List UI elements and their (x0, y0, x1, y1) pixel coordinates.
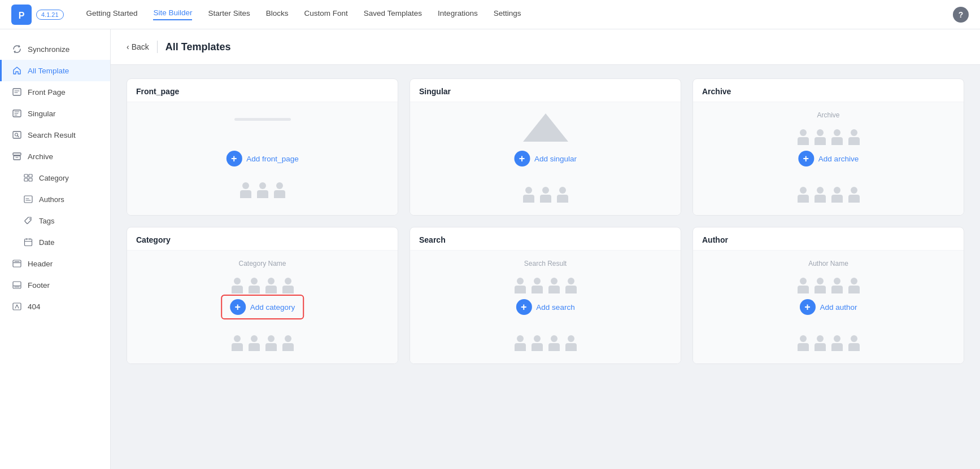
add-singular-button[interactable]: + Add singular (514, 151, 577, 166)
nav-saved-templates[interactable]: Saved Templates (364, 9, 422, 20)
svg-rect-15 (13, 260, 21, 267)
add-category-button[interactable]: + Add category (221, 295, 304, 319)
add-author-label: Add author (820, 303, 857, 312)
svg-rect-11 (29, 178, 32, 181)
sidebar-header-label: Header (28, 260, 53, 268)
svg-rect-4 (13, 132, 21, 138)
svg-rect-2 (13, 89, 21, 95)
sidebar-all-template-label: All Template (28, 67, 69, 75)
sidebar-front-page-label: Front Page (28, 88, 66, 97)
card-body-front-page: + Add front_page (127, 102, 398, 215)
category-icon (23, 173, 33, 183)
nav-settings[interactable]: Settings (494, 9, 521, 20)
archive-icon (12, 151, 22, 161)
sidebar-singular-label: Singular (28, 109, 56, 118)
card-title-singular: Singular (410, 79, 681, 102)
sidebar-item-header[interactable]: Header (0, 253, 110, 274)
svg-rect-9 (29, 174, 32, 177)
page-title: All Templates (165, 41, 231, 53)
svg-rect-16 (13, 282, 21, 288)
sidebar-synchronize-label: Synchronize (28, 45, 69, 54)
add-archive-label: Add archive (818, 155, 859, 163)
card-title-category: Category (127, 227, 398, 251)
home-icon (12, 65, 22, 76)
sidebar-item-404[interactable]: 404 (0, 296, 110, 317)
templates-grid: Front_page (127, 78, 964, 364)
add-icon-singular: + (514, 151, 530, 166)
tags-icon (23, 216, 33, 226)
add-icon-author: + (799, 299, 815, 315)
card-body-category: Category Name (127, 251, 398, 363)
sidebar-item-synchronize[interactable]: Synchronize (0, 38, 110, 60)
sidebar-item-front-page[interactable]: Front Page (0, 81, 110, 103)
sidebar-archive-label: Archive (28, 152, 53, 161)
card-body-author: Author Name (693, 251, 964, 363)
add-icon-archive: + (798, 151, 814, 166)
nav-site-builder[interactable]: Site Builder (153, 8, 192, 20)
add-author-button[interactable]: + Add author (799, 299, 857, 315)
singular-icon (12, 108, 22, 119)
add-search-label: Add search (536, 303, 574, 312)
add-front-page-label: Add front_page (246, 155, 298, 163)
sidebar-category-label: Category (39, 174, 69, 182)
sidebar-search-result-label: Search Result (28, 131, 76, 139)
svg-rect-8 (24, 174, 28, 177)
svg-text:P: P (19, 11, 25, 20)
layout: Synchronize All Template Front Page (0, 29, 980, 469)
add-icon-front-page: + (226, 151, 242, 166)
card-title-search: Search (410, 227, 681, 251)
template-card-author: Author Author Name (692, 227, 964, 364)
add-icon-search: + (516, 299, 532, 315)
add-archive-button[interactable]: + Add archive (798, 151, 859, 166)
sidebar-item-all-template[interactable]: All Template (0, 60, 110, 81)
nav-getting-started[interactable]: Getting Started (86, 9, 138, 20)
nav-starter-sites[interactable]: Starter Sites (208, 9, 250, 20)
main-content: ‹ Back All Templates Front_page (111, 29, 980, 469)
back-button[interactable]: ‹ Back (127, 42, 149, 51)
add-singular-label: Add singular (534, 155, 577, 163)
svg-rect-14 (25, 239, 32, 246)
sidebar-item-tags[interactable]: Tags (0, 210, 110, 231)
sidebar-item-footer[interactable]: Footer (0, 274, 110, 296)
sidebar-authors-label: Authors (39, 195, 64, 204)
sidebar-404-label: 404 (28, 303, 41, 311)
sidebar-item-search-result[interactable]: Search Result (0, 124, 110, 146)
sidebar-tags-label: Tags (39, 217, 54, 225)
template-card-category: Category Category Name (127, 227, 398, 364)
sidebar-item-category[interactable]: Category (0, 167, 110, 189)
add-category-label: Add category (250, 303, 295, 312)
svg-rect-10 (24, 178, 28, 181)
help-button[interactable]: ? (953, 7, 969, 23)
add-search-button[interactable]: + Add search (516, 299, 574, 315)
authors-icon (23, 194, 33, 204)
sidebar-item-archive[interactable]: Archive (0, 146, 110, 167)
templates-area: Front_page (111, 65, 980, 378)
sidebar: Synchronize All Template Front Page (0, 29, 111, 469)
postx-logo-icon: P (11, 5, 32, 25)
sidebar-item-date[interactable]: Date (0, 231, 110, 253)
404-icon (12, 301, 22, 312)
card-title-author: Author (693, 227, 964, 251)
add-icon-category: + (230, 299, 246, 315)
card-title-archive: Archive (693, 79, 964, 102)
nav-blocks[interactable]: Blocks (266, 9, 289, 20)
svg-point-13 (29, 218, 31, 220)
add-front-page-button[interactable]: + Add front_page (226, 151, 298, 166)
svg-rect-17 (13, 303, 21, 310)
sidebar-item-authors[interactable]: Authors (0, 189, 110, 210)
nav-custom-font[interactable]: Custom Font (304, 9, 348, 20)
page-header: ‹ Back All Templates (111, 29, 980, 65)
header-icon (12, 258, 22, 269)
svg-rect-12 (24, 196, 32, 203)
sync-icon (12, 44, 22, 54)
front-page-icon (12, 87, 22, 97)
template-card-front-page: Front_page (127, 78, 398, 216)
logo-area: P 4.1.21 (11, 5, 64, 25)
back-chevron-icon: ‹ (127, 42, 129, 51)
sidebar-item-singular[interactable]: Singular (0, 103, 110, 124)
sidebar-footer-label: Footer (28, 281, 50, 290)
sidebar-date-label: Date (39, 238, 54, 247)
date-icon (23, 237, 33, 247)
svg-rect-6 (13, 153, 21, 155)
nav-integrations[interactable]: Integrations (438, 9, 478, 20)
